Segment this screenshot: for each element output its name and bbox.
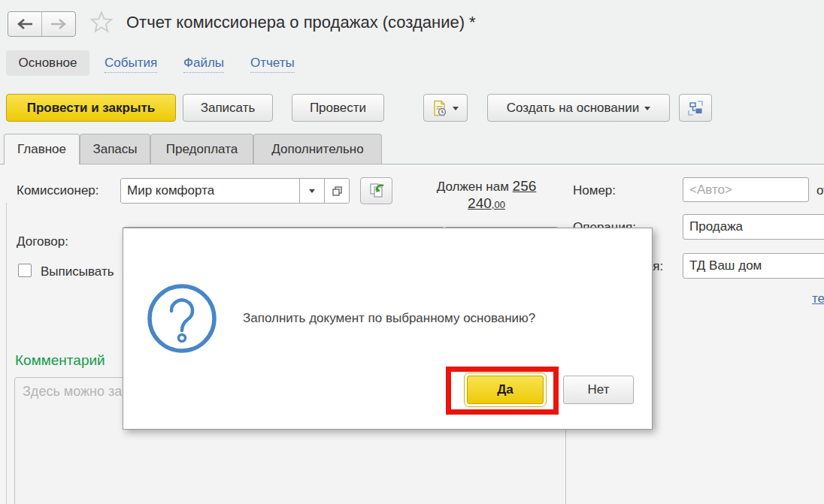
yes-button-label: Да: [497, 382, 513, 397]
tab-stock[interactable]: Запасы: [80, 134, 150, 164]
document-clock-icon: [432, 100, 447, 116]
fill-from-basis-button[interactable]: [360, 177, 392, 204]
invoice-checkbox-label: Выписывать: [41, 264, 114, 279]
tab-main[interactable]: Главное: [4, 134, 80, 164]
yes-button[interactable]: Да: [467, 376, 544, 404]
commissioner-field: [120, 178, 350, 204]
number-input[interactable]: [683, 177, 809, 202]
operation-input[interactable]: [683, 214, 824, 240]
tab-prepayment[interactable]: Предоплата: [150, 134, 253, 164]
nav-link-events[interactable]: События: [105, 56, 157, 73]
confirmation-dialog: Заполнить документ по выбранному основан…: [123, 228, 653, 430]
org-chart-icon: [687, 100, 704, 116]
schedule-document-button[interactable]: [423, 94, 468, 122]
organization-input[interactable]: [683, 253, 824, 279]
history-nav-group: [8, 11, 76, 37]
open-icon: [332, 186, 343, 197]
commissioner-label: Комиссионер:: [17, 183, 99, 198]
nav-link-files[interactable]: Файлы: [183, 56, 224, 73]
dialog-message: Заполнить документ по выбранному основан…: [243, 311, 535, 326]
post-and-close-label: Провести и закрыть: [27, 101, 155, 116]
question-icon: [146, 282, 218, 358]
tab-stock-label: Запасы: [92, 142, 137, 157]
debt-prefix: Должен нам: [437, 180, 513, 194]
back-button[interactable]: [8, 12, 41, 36]
fill-documents-icon: [368, 183, 386, 199]
tab-prepayment-label: Предоплата: [166, 142, 238, 157]
debt-link[interactable]: Должен нам 256 240,00: [418, 178, 555, 213]
contract-label: Договор:: [17, 234, 68, 249]
no-button-label: Нет: [588, 382, 610, 397]
write-label: Записать: [201, 101, 256, 116]
nav-item-main[interactable]: Основное: [6, 50, 89, 76]
tab-additional[interactable]: Дополнительно: [253, 134, 382, 164]
debt-fraction: ,00: [492, 199, 505, 210]
tab-additional-label: Дополнительно: [271, 142, 363, 157]
number-label: Номер:: [573, 183, 616, 198]
partial-link[interactable]: те: [812, 291, 824, 306]
caret-down-icon: [453, 107, 459, 113]
create-based-on-label: Создать на основании: [507, 101, 639, 116]
invoice-checkbox[interactable]: [18, 264, 32, 277]
date-label: от: [816, 183, 824, 198]
tab-main-label: Главное: [17, 142, 66, 157]
commissioner-open-button[interactable]: [324, 179, 349, 203]
caret-down-icon: [309, 189, 315, 196]
page-title: Отчет комиссионера о продажах (создание)…: [126, 13, 476, 32]
commissioner-input[interactable]: [121, 179, 299, 203]
comment-label: Комментарий: [15, 352, 105, 369]
post-label: Провести: [310, 101, 366, 116]
commissioner-dropdown-button[interactable]: [299, 179, 324, 203]
forward-arrow-icon: [50, 18, 68, 30]
nav-link-reports[interactable]: Отчеты: [250, 56, 295, 73]
caret-down-icon: [644, 107, 650, 113]
write-button[interactable]: Записать: [183, 94, 273, 122]
no-button[interactable]: Нет: [563, 376, 634, 404]
app-window: { "header": { "title": "Отчет комиссионе…: [0, 0, 824, 504]
back-arrow-icon: [16, 18, 34, 30]
favorite-star-icon[interactable]: [89, 10, 114, 39]
forward-button[interactable]: [41, 12, 75, 36]
post-and-close-button[interactable]: Провести и закрыть: [6, 94, 176, 122]
panel-divider: [6, 203, 7, 504]
structure-button[interactable]: [679, 94, 712, 122]
nav-item-main-label: Основное: [19, 56, 77, 71]
create-based-on-button[interactable]: Создать на основании: [487, 94, 670, 122]
post-button[interactable]: Провести: [292, 94, 384, 122]
